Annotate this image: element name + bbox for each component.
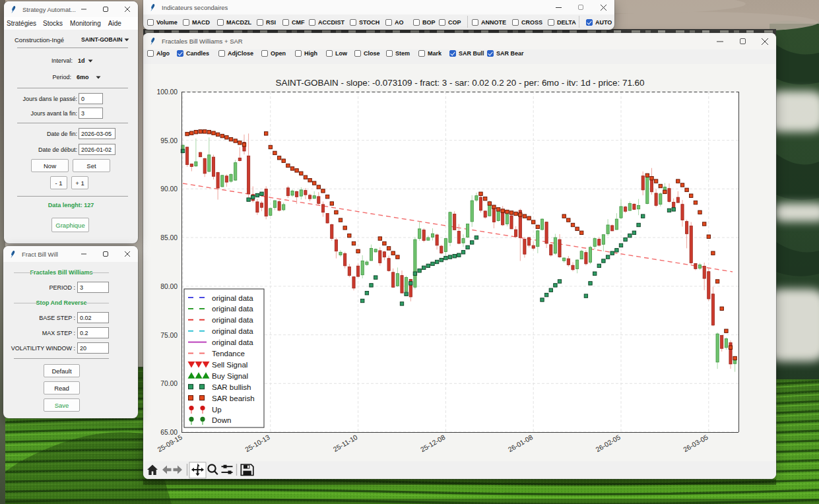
- svg-text:100.00: 100.00: [157, 88, 178, 96]
- svg-text:Up: Up: [212, 406, 222, 414]
- svg-text:Down: Down: [212, 416, 231, 424]
- svg-text:SAR bullish: SAR bullish: [212, 383, 251, 391]
- svg-text:SAR bearish: SAR bearish: [212, 394, 255, 402]
- svg-text:Sell Signal: Sell Signal: [212, 361, 247, 369]
- svg-text:SAINT-GOBAIN - slope: -0.07310: SAINT-GOBAIN - slope: -0.073109 - fract:…: [276, 78, 645, 88]
- svg-text:80.00: 80.00: [160, 283, 178, 290]
- svg-text:original data: original data: [212, 316, 253, 324]
- svg-text:75.00: 75.00: [160, 332, 178, 339]
- svg-text:90.00: 90.00: [160, 185, 178, 193]
- svg-text:original data: original data: [212, 327, 253, 335]
- svg-text:70.00: 70.00: [160, 380, 178, 387]
- svg-text:95.00: 95.00: [160, 137, 178, 144]
- svg-text:original data: original data: [212, 294, 253, 302]
- svg-text:original data: original data: [212, 338, 253, 346]
- svg-text:original data: original data: [212, 305, 253, 313]
- svg-text:Tendance: Tendance: [212, 350, 245, 358]
- svg-text:85.00: 85.00: [160, 234, 178, 241]
- svg-text:65.00: 65.00: [160, 429, 178, 436]
- svg-text:Buy Signal: Buy Signal: [212, 372, 248, 380]
